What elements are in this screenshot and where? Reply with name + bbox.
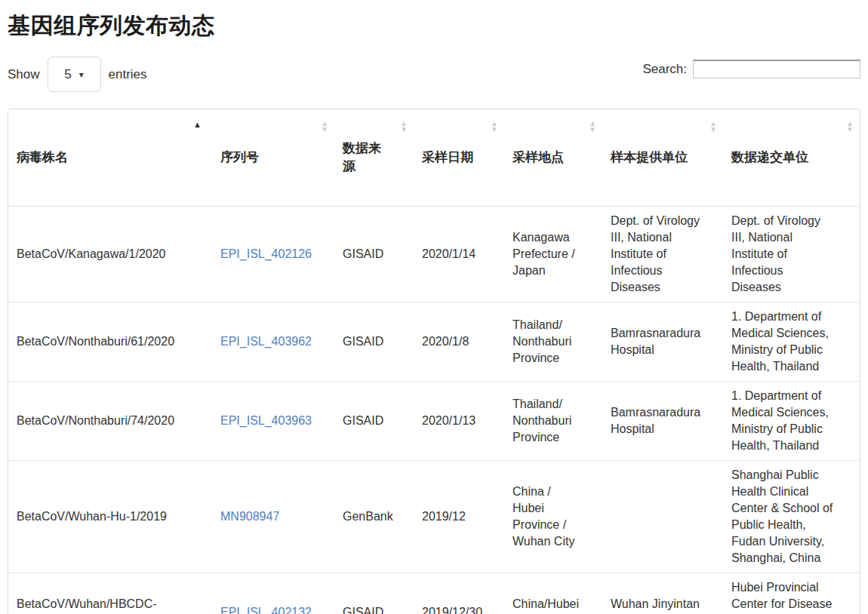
accession-cell: EPI_ISL_402126 (212, 207, 334, 302)
date-cell: 2020/1/13 (414, 382, 504, 461)
provider-cell: Bamrasnaradura Hospital (602, 302, 723, 382)
strain-cell: BetaCoV/Kanagawa/1/2020 (8, 207, 212, 302)
page-length-value: 5 (64, 67, 71, 82)
provider-cell: Wuhan Jinyintan Hospital (602, 573, 723, 614)
accession-link[interactable]: EPI_ISL_403962 (220, 335, 312, 348)
table-row: BetaCoV/Nonthaburi/61/2020 EPI_ISL_40396… (8, 302, 860, 382)
header-row: 病毒株名 ▲ 序列号 ▲▼ 数据来 源 ▲▼ 采样日期 ▲▼ (8, 109, 860, 207)
source-cell: GISAID (334, 382, 414, 461)
data-table: 病毒株名 ▲ 序列号 ▲▼ 数据来 源 ▲▼ 采样日期 ▲▼ (8, 109, 860, 614)
sort-down-icon: ▼ (491, 127, 498, 133)
date-cell: 2020/1/14 (414, 207, 504, 302)
strain-cell: BetaCoV/Nonthaburi/61/2020 (8, 302, 212, 382)
date-cell: 2019/12/30 (414, 573, 504, 614)
source-cell: GISAID (334, 302, 414, 382)
provider-cell: Dept. of Virology III, National Institut… (602, 207, 723, 302)
column-label: 采样日期 (422, 150, 473, 164)
page-title: 基因组序列发布动态 (8, 11, 860, 41)
sort-down-icon: ▼ (709, 127, 717, 133)
location-cell: Thailand/ Nonthaburi Province (504, 302, 602, 382)
sort-icon: ▲▼ (846, 121, 854, 133)
column-header-data-source[interactable]: 数据来 源 ▲▼ (334, 109, 414, 207)
provider-cell: Bamrasnaradura Hospital (602, 382, 723, 461)
sort-ascending-icon: ▲ (193, 121, 202, 128)
date-cell: 2020/1/8 (414, 302, 504, 382)
accession-cell: EPI_ISL_403963 (212, 382, 334, 461)
column-header-data-submitter[interactable]: 数据递交单位 ▲▼ (723, 109, 860, 207)
submitter-cell: 1. Department of Medical Sciences, Minis… (723, 302, 860, 382)
table-controls: Show 5 ▾ entries Search: (8, 57, 860, 92)
accession-link[interactable]: EPI_ISL_402126 (220, 247, 312, 260)
submitter-cell: 1. Department of Medical Sciences, Minis… (723, 382, 860, 461)
submitter-cell: Hubei Provincial Center for Disease Cont… (723, 573, 860, 614)
sort-icon: ▲▼ (491, 121, 498, 133)
column-label: 数据递交单位 (731, 150, 808, 164)
table-row: BetaCoV/Wuhan-Hu-1/2019 MN908947 GenBank… (8, 461, 860, 573)
accession-cell: EPI_ISL_403962 (212, 302, 334, 382)
accession-link[interactable]: EPI_ISL_402132 (220, 606, 312, 614)
table-row: BetaCoV/Wuhan/HBCDC- HB-01/2019 EPI_ISL_… (8, 573, 860, 614)
page: 基因组序列发布动态 Show 5 ▾ entries Search: (0, 0, 868, 614)
table-row: BetaCoV/Kanagawa/1/2020 EPI_ISL_402126 G… (8, 207, 860, 302)
sort-icon: ▲▼ (321, 121, 328, 133)
accession-link[interactable]: EPI_ISL_403963 (220, 414, 312, 427)
accession-cell: MN908947 (212, 461, 334, 573)
search-control: Search: (642, 60, 860, 78)
column-label: 数据来 源 (343, 141, 381, 173)
sort-down-icon: ▼ (846, 127, 854, 133)
column-label: 病毒株名 (17, 150, 68, 164)
provider-cell (602, 461, 723, 573)
date-cell: 2019/12 (414, 461, 504, 573)
show-label: Show (8, 67, 40, 82)
column-header-sample-date[interactable]: 采样日期 ▲▼ (414, 109, 504, 207)
sort-down-icon: ▼ (589, 127, 596, 133)
column-header-sample-provider[interactable]: 样本提供单位 ▲▼ (602, 109, 723, 207)
sort-icon: ▲▼ (400, 121, 408, 133)
sort-icon: ▲▼ (589, 121, 596, 133)
column-label: 采样地点 (512, 150, 564, 164)
sort-down-icon: ▼ (321, 127, 328, 133)
source-cell: GenBank (334, 461, 414, 573)
strain-cell: BetaCoV/Wuhan-Hu-1/2019 (8, 461, 212, 573)
location-cell: China / Hubei Province / Wuhan City (504, 461, 602, 573)
search-input[interactable] (693, 60, 860, 78)
page-length-select[interactable]: 5 ▾ (48, 57, 101, 92)
entries-label: entries (109, 67, 147, 82)
strain-cell: BetaCoV/Nonthaburi/74/2020 (8, 382, 212, 461)
caret-down-icon: ▾ (79, 70, 84, 79)
submitter-cell: Shanghai Public Health Clinical Center &… (723, 461, 860, 573)
accession-link[interactable]: MN908947 (220, 510, 279, 523)
location-cell: China/Hubei Province (504, 573, 602, 614)
source-cell: GISAID (334, 207, 414, 302)
column-header-virus-strain[interactable]: 病毒株名 ▲ (8, 109, 212, 207)
table-row: BetaCoV/Nonthaburi/74/2020 EPI_ISL_40396… (8, 382, 860, 461)
column-header-accession[interactable]: 序列号 ▲▼ (212, 109, 334, 207)
sort-icon: ▲▼ (709, 121, 717, 133)
page-length-control: Show 5 ▾ entries (8, 57, 147, 92)
strain-cell: BetaCoV/Wuhan/HBCDC- HB-01/2019 (8, 573, 212, 614)
column-header-sample-location[interactable]: 采样地点 ▲▼ (504, 109, 602, 207)
search-label: Search: (642, 62, 687, 77)
accession-cell: EPI_ISL_402132 (212, 573, 334, 614)
column-label: 样本提供单位 (611, 150, 688, 164)
submitter-cell: Dept. of Virology III, National Institut… (723, 207, 860, 302)
location-cell: Kanagawa Prefecture / Japan (504, 207, 602, 302)
location-cell: Thailand/ Nonthaburi Province (504, 382, 602, 461)
source-cell: GISAID (334, 573, 414, 614)
column-label: 序列号 (220, 150, 259, 164)
sort-down-icon: ▼ (400, 127, 408, 133)
